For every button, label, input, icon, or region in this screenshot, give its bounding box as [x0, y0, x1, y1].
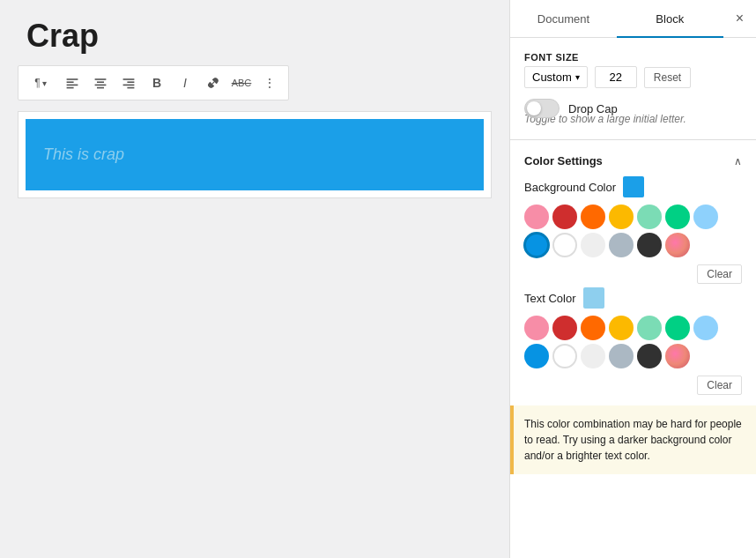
color-light-green-cyan[interactable] [637, 205, 662, 229]
drop-cap-section: Drop Cap Toggle to show a large initial … [524, 99, 742, 125]
align-right-icon [122, 76, 136, 90]
text-color-light-green-cyan[interactable] [637, 316, 662, 340]
paragraph-button[interactable]: ¶ ▾ [24, 70, 57, 96]
color-very-light-gray[interactable] [581, 233, 605, 257]
align-left-button[interactable] [59, 70, 85, 96]
section-divider [510, 139, 756, 140]
color-cyan-bluish-gray[interactable] [609, 233, 634, 257]
drop-cap-toggle[interactable] [524, 99, 560, 118]
text-color-vivid-cyan-blue[interactable] [524, 344, 549, 368]
color-luminous-vivid-orange[interactable] [581, 205, 605, 229]
text-color-cyan-bluish-gray[interactable] [609, 344, 634, 368]
svg-rect-1 [67, 81, 74, 83]
color-gradient[interactable] [665, 233, 690, 257]
close-sidebar-button[interactable]: × [723, 0, 756, 37]
more-options-icon: ⋮ [263, 76, 276, 90]
colored-paragraph[interactable]: This is crap [26, 119, 484, 190]
font-size-select[interactable]: Custom ▾ [524, 66, 588, 88]
svg-rect-6 [95, 85, 107, 86]
font-size-label: Font Size [524, 52, 742, 63]
svg-rect-7 [97, 87, 104, 89]
text-color-label: Text Color [524, 292, 576, 305]
text-color-pale-pink[interactable] [524, 316, 549, 340]
background-clear-row: Clear [524, 264, 742, 284]
text-color-gradient[interactable] [665, 344, 690, 368]
color-pale-cyan-blue[interactable] [693, 205, 718, 229]
background-color-grid [524, 205, 742, 257]
text-color-luminous-vivid-amber[interactable] [609, 316, 634, 340]
svg-rect-11 [127, 87, 134, 89]
svg-rect-4 [95, 78, 107, 80]
color-settings-section: Color Settings ∧ Background Color [524, 154, 742, 395]
background-color-label: Background Color [524, 181, 616, 194]
color-settings-title: Color Settings [524, 154, 603, 167]
italic-button[interactable]: I [172, 70, 198, 96]
select-arrow-icon: ▾ [575, 72, 580, 82]
link-icon [206, 76, 220, 90]
warning-text: This color combination may be hard for p… [524, 418, 742, 462]
tab-block[interactable]: Block [617, 0, 723, 37]
text-color-pale-cyan-blue[interactable] [693, 316, 718, 340]
text-color-luminous-vivid-orange[interactable] [581, 316, 605, 340]
sidebar-tabs: Document Block × [510, 0, 756, 38]
more-options-button[interactable]: ⋮ [256, 70, 283, 96]
sidebar-content: Font Size Custom ▾ Reset Drop Cap Toggle… [510, 38, 756, 474]
text-color-label-row: Text Color [524, 287, 742, 309]
text-color-very-dark-gray[interactable] [637, 344, 662, 368]
text-color-white[interactable] [552, 344, 577, 368]
italic-icon: I [183, 76, 187, 90]
text-color-swatch[interactable] [583, 287, 604, 309]
color-white[interactable] [552, 233, 577, 257]
svg-rect-2 [67, 85, 78, 86]
background-color-label-row: Background Color [524, 176, 742, 197]
align-right-button[interactable] [115, 70, 142, 96]
font-size-section: Font Size Custom ▾ Reset [524, 52, 742, 88]
link-button[interactable] [200, 70, 226, 96]
text-color-section: Text Color [524, 287, 742, 395]
font-size-select-value: Custom [532, 71, 572, 84]
color-vivid-cyan-blue[interactable] [524, 233, 549, 257]
text-color-very-light-gray[interactable] [581, 344, 605, 368]
color-settings-header[interactable]: Color Settings ∧ [524, 154, 742, 167]
editor-area: Crap ¶ ▾ B I ABC ⋮ [0, 0, 509, 558]
strikethrough-button[interactable]: ABC [228, 70, 255, 96]
paragraph-arrow: ▾ [42, 78, 47, 88]
toggle-knob [527, 101, 541, 115]
svg-rect-10 [123, 85, 135, 86]
color-vivid-red[interactable] [552, 205, 577, 229]
font-size-reset-button[interactable]: Reset [644, 67, 691, 88]
color-warning-box: This color combination may be hard for p… [510, 405, 756, 474]
text-color-grid [524, 316, 742, 368]
svg-rect-3 [67, 87, 74, 89]
align-center-button[interactable] [87, 70, 114, 96]
background-color-swatch[interactable] [623, 176, 644, 197]
block-toolbar: ¶ ▾ B I ABC ⋮ [18, 65, 289, 100]
block-text: This is crap [43, 145, 124, 163]
paragraph-icon: ¶ [34, 77, 40, 89]
background-clear-button[interactable]: Clear [697, 264, 742, 284]
svg-rect-8 [123, 78, 135, 80]
align-center-icon [93, 76, 107, 90]
svg-rect-9 [127, 81, 134, 83]
font-size-row: Custom ▾ Reset [524, 66, 742, 88]
chevron-up-icon: ∧ [734, 155, 742, 167]
sidebar: Document Block × Font Size Custom ▾ Rese… [509, 0, 756, 558]
svg-rect-5 [97, 81, 104, 83]
color-luminous-vivid-amber[interactable] [609, 205, 634, 229]
editor-heading: Crap [18, 18, 492, 55]
font-size-input[interactable] [595, 66, 637, 88]
svg-rect-0 [67, 78, 78, 80]
text-clear-button[interactable]: Clear [697, 376, 742, 395]
text-color-vivid-green-cyan[interactable] [665, 316, 690, 340]
text-color-vivid-red[interactable] [552, 316, 577, 340]
color-vivid-green-cyan[interactable] [665, 205, 690, 229]
align-left-icon [65, 76, 79, 90]
bold-icon: B [152, 76, 161, 90]
tab-document[interactable]: Document [510, 0, 617, 37]
color-pale-pink[interactable] [524, 205, 549, 229]
color-very-dark-gray[interactable] [637, 233, 662, 257]
bold-button[interactable]: B [144, 70, 170, 96]
background-color-section: Background Color [524, 176, 742, 284]
content-block[interactable]: This is crap [18, 111, 492, 198]
text-clear-row: Clear [524, 376, 742, 395]
